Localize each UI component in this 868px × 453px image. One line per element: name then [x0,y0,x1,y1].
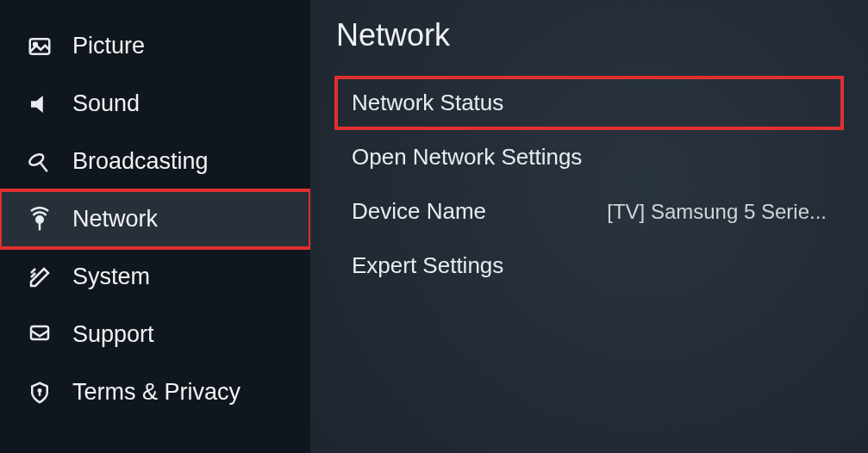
svg-point-4 [36,216,43,223]
picture-icon [26,33,53,60]
broadcasting-icon [26,148,53,176]
menu-item-device-name[interactable]: Device Name [TV] Samsung 5 Serie... [336,186,842,237]
support-icon [26,321,53,349]
menu-item-open-network-settings[interactable]: Open Network Settings [336,132,842,183]
page-title: Network [336,17,842,53]
network-icon [26,206,53,233]
sidebar-item-label: Network [72,206,158,233]
shield-icon [26,379,53,406]
svg-line-3 [40,162,47,171]
sidebar-item-sound[interactable]: Sound [0,75,310,133]
main-panel: Network Network Status Open Network Sett… [310,0,868,453]
sidebar-item-label: Broadcasting [72,148,209,175]
menu-item-expert-settings[interactable]: Expert Settings [336,240,842,291]
menu-item-label: Network Status [352,90,503,116]
settings-sidebar: Picture Sound Broadcasting Network Syste… [0,0,310,453]
menu-item-label: Device Name [352,198,486,225]
sidebar-item-label: Picture [72,33,145,59]
sidebar-item-system[interactable]: System [0,248,310,306]
menu-item-label: Open Network Settings [352,144,582,171]
menu-item-value: [TV] Samsung 5 Serie... [607,200,827,224]
sidebar-item-label: Terms & Privacy [72,379,240,406]
sidebar-item-label: Sound [72,90,140,117]
sidebar-item-terms-privacy[interactable]: Terms & Privacy [0,363,310,421]
system-icon [26,264,53,291]
sidebar-item-broadcasting[interactable]: Broadcasting [0,133,310,190]
menu-item-network-status[interactable]: Network Status [336,78,842,128]
sound-icon [26,90,53,118]
menu-item-label: Expert Settings [352,252,503,279]
sidebar-item-label: System [72,264,150,290]
svg-point-7 [39,389,41,392]
sidebar-item-picture[interactable]: Picture [0,17,310,75]
sidebar-item-support[interactable]: Support [0,306,310,363]
sidebar-item-label: Support [72,321,154,348]
sidebar-item-network[interactable]: Network [0,190,310,248]
